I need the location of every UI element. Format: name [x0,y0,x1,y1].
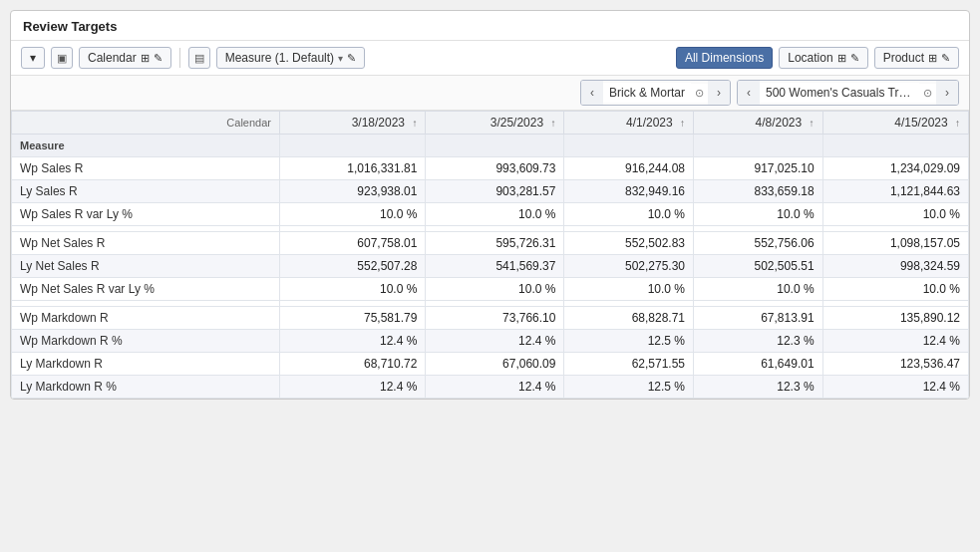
table-row: Wp Sales R var Ly %10.0 %10.0 %10.0 %10.… [12,203,969,226]
all-dimensions-label: All Dimensions [685,51,764,65]
row-cell: 607,758.01 [279,232,425,255]
review-targets-panel: Review Targets ▾ ▣ Calendar ⊞ ✎ ▤ Measur… [10,10,970,400]
location-prev-button[interactable]: ‹ [581,81,603,105]
toolbar-row2: ‹ Brick & Mortar ⊙ › ‹ 500 Women's Casua… [11,76,969,111]
row-cell: 12.3 % [694,330,823,353]
collapse-icon: ▾ [30,51,36,65]
row-label: Wp Markdown R [12,307,280,330]
col-header-date-3: 4/8/2023 ↑ [694,112,823,135]
sort-arrow-3: ↑ [810,118,815,129]
row-cell: 552,502.83 [564,232,694,255]
data-table-wrap: Calendar 3/18/2023 ↑ 3/25/2023 ↑ 4/1/202… [11,111,969,399]
section-header-label: Measure [12,135,280,157]
row-cell: 61,649.01 [694,353,823,376]
row-cell: 833,659.18 [694,180,823,203]
table-header-row: Calendar 3/18/2023 ↑ 3/25/2023 ↑ 4/1/202… [12,112,969,135]
row-label: Ly Net Sales R [12,255,280,278]
row-cell: 502,275.30 [564,255,694,278]
product-next-icon: › [945,86,949,100]
row-cell: 12.4 % [426,376,564,399]
row-cell: 10.0 % [822,278,968,301]
location-edit-icon: ✎ [850,52,859,65]
toolbar-row1: ▾ ▣ Calendar ⊞ ✎ ▤ Measure (1. Default) … [11,41,969,76]
col-header-calendar: Calendar [12,112,280,135]
table-row: Wp Net Sales R607,758.01595,726.31552,50… [12,232,969,255]
row-cell: 832,949.16 [564,180,694,203]
sort-arrow-2: ↑ [680,118,685,129]
row-label: Wp Net Sales R [12,232,280,255]
location-prev-icon: ‹ [590,86,594,100]
row-cell: 502,505.51 [694,255,823,278]
toolbar-right: All Dimensions Location ⊞ ✎ Product ⊞ ✎ [676,47,959,69]
row-cell: 1,234,029.09 [822,157,968,180]
measure-button[interactable]: Measure (1. Default) ▾ ✎ [216,47,365,69]
toolbar-left: ▾ ▣ Calendar ⊞ ✎ ▤ Measure (1. Default) … [21,47,365,69]
row-label: Ly Markdown R [12,353,280,376]
product-prev-button[interactable]: ‹ [738,81,760,105]
location-button[interactable]: Location ⊞ ✎ [779,47,867,69]
row-cell: 12.4 % [426,330,564,353]
product-target-icon[interactable]: ⊙ [919,84,936,103]
table-row: Ly Net Sales R552,507.28541,569.37502,27… [12,255,969,278]
location-target-icon[interactable]: ⊙ [691,84,708,103]
row-label: Ly Sales R [12,180,280,203]
row-cell: 993,609.73 [426,157,564,180]
row-label: Wp Sales R var Ly % [12,203,280,226]
layout-toggle-button[interactable]: ▣ [51,47,73,69]
toolbar-separator1 [179,48,180,68]
row-cell: 62,571.55 [564,353,694,376]
all-dimensions-button[interactable]: All Dimensions [676,47,773,69]
row-cell: 10.0 % [426,203,564,226]
product-nav-group: ‹ 500 Women's Casuals Tra... ⊙ › [737,80,959,106]
col-header-date-2: 4/1/2023 ↑ [564,112,694,135]
row-cell: 75,581.79 [279,307,425,330]
spacer-icon-button[interactable]: ▤ [188,47,210,69]
table-body: Measure Wp Sales R1,016,331.81993,609.73… [12,135,969,399]
row-cell: 67,060.09 [426,353,564,376]
collapse-button[interactable]: ▾ [21,47,45,69]
row-cell: 552,756.06 [694,232,823,255]
location-label: Location [788,51,832,65]
row-cell: 10.0 % [564,278,694,301]
row-label: Ly Markdown R % [12,376,280,399]
row-cell: 12.5 % [564,376,694,399]
col-header-date-0: 3/18/2023 ↑ [279,112,425,135]
calendar-label: Calendar [88,51,137,65]
row-cell: 10.0 % [694,203,823,226]
row-cell: 10.0 % [279,278,425,301]
table-row: Wp Net Sales R var Ly %10.0 %10.0 %10.0 … [12,278,969,301]
row-cell: 552,507.28 [279,255,425,278]
section-header-row: Measure [12,135,969,157]
panel-title: Review Targets [11,11,969,41]
measure-dropdown-arrow: ▾ [338,53,343,64]
table-row: Ly Markdown R68,710.7267,060.0962,571.55… [12,353,969,376]
row-label: Wp Markdown R % [12,330,280,353]
row-cell: 12.3 % [694,376,823,399]
calendar-button[interactable]: Calendar ⊞ ✎ [79,47,171,69]
product-next-button[interactable]: › [936,81,958,105]
row-cell: 135,890.12 [822,307,968,330]
table-row: Wp Markdown R75,581.7973,766.1068,828.71… [12,307,969,330]
location-next-button[interactable]: › [708,81,730,105]
product-current-label: 500 Women's Casuals Tra... [760,83,919,103]
measure-edit-icon: ✎ [347,52,356,65]
product-button[interactable]: Product ⊞ ✎ [874,47,959,69]
sort-arrow-4: ↑ [955,118,960,129]
row-cell: 12.4 % [279,330,425,353]
calendar-network-icon: ⊞ [141,52,150,65]
row-cell: 10.0 % [564,203,694,226]
location-nav-group: ‹ Brick & Mortar ⊙ › [580,80,731,106]
row-cell: 917,025.10 [694,157,823,180]
row-cell: 998,324.59 [822,255,968,278]
row-cell: 68,710.72 [279,353,425,376]
product-network-icon: ⊞ [928,52,937,65]
location-next-icon: › [717,86,721,100]
row-cell: 68,828.71 [564,307,694,330]
row-cell: 123,536.47 [822,353,968,376]
table-row: Ly Markdown R %12.4 %12.4 %12.5 %12.3 %1… [12,376,969,399]
row-cell: 1,121,844.63 [822,180,968,203]
col-header-date-1: 3/25/2023 ↑ [426,112,564,135]
measure-label: Measure (1. Default) [225,51,334,65]
row-cell: 903,281.57 [426,180,564,203]
row-cell: 10.0 % [426,278,564,301]
